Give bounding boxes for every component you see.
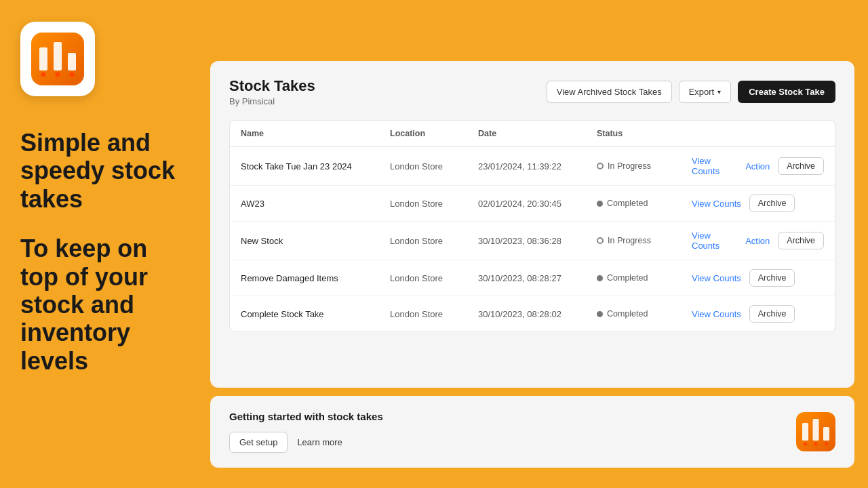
card-title-block: Stock Takes By Pimsical <box>229 77 315 106</box>
col-header-location: Location <box>379 121 467 147</box>
svg-point-13 <box>825 443 828 446</box>
cell-status: In Progress <box>586 147 681 186</box>
get-setup-button[interactable]: Get setup <box>229 432 288 453</box>
view-counts-link[interactable]: View Counts <box>692 309 741 319</box>
actions-container: View CountsArchive <box>692 195 824 212</box>
cell-actions: View CountsArchive <box>681 296 835 332</box>
status-badge: Completed <box>597 199 648 208</box>
page-subtitle: By Pimsical <box>229 96 315 106</box>
view-counts-link[interactable]: View Counts <box>692 230 737 251</box>
stock-takes-table: Name Location Date Status Stock Take Tue… <box>229 120 835 332</box>
col-header-name: Name <box>230 121 379 147</box>
cell-actions: View CountsActionArchive <box>681 222 835 260</box>
svg-rect-3 <box>68 53 76 70</box>
gs-content: Getting started with stock takes Get set… <box>229 411 383 453</box>
svg-point-5 <box>56 73 60 77</box>
archive-button[interactable]: Archive <box>749 305 795 323</box>
app-icon <box>20 22 95 96</box>
cell-status: In Progress <box>586 222 681 260</box>
gs-title: Getting started with stock takes <box>229 411 383 422</box>
actions-container: View CountsActionArchive <box>692 156 824 176</box>
cell-status: Completed <box>586 186 681 222</box>
header-actions: View Archived Stock Takes Export ▾ Creat… <box>547 81 835 103</box>
actions-container: View CountsArchive <box>692 305 824 323</box>
export-label: Export <box>689 87 715 97</box>
status-text: Completed <box>607 309 648 319</box>
cell-location: London Store <box>379 260 467 296</box>
svg-rect-1 <box>39 47 47 70</box>
col-header-status: Status <box>586 121 681 147</box>
tagline1: Simple and speedy stock takes <box>20 129 186 213</box>
table-row: Stock Take Tue Jan 23 2024London Store23… <box>230 147 835 186</box>
main-card: Stock Takes By Pimsical View Archived St… <box>210 61 854 388</box>
cell-actions: View CountsArchive <box>681 186 835 222</box>
cell-location: London Store <box>379 147 467 186</box>
view-counts-link[interactable]: View Counts <box>692 156 737 176</box>
right-panel: Stock Takes By Pimsical View Archived St… <box>210 61 854 468</box>
status-dot-icon <box>597 275 603 281</box>
status-text: Completed <box>607 273 648 283</box>
status-dot-icon <box>597 311 603 317</box>
status-dot-icon <box>597 201 603 207</box>
view-counts-link[interactable]: View Counts <box>692 273 741 283</box>
table-row: Complete Stock TakeLondon Store30/10/202… <box>230 296 835 332</box>
table-row: AW23London Store02/01/2024, 20:30:45Comp… <box>230 186 835 222</box>
action-link[interactable]: Action <box>745 236 770 246</box>
cell-actions: View CountsArchive <box>681 260 835 296</box>
actions-container: View CountsActionArchive <box>692 230 824 251</box>
cell-date: 30/10/2023, 08:28:02 <box>467 296 586 332</box>
getting-started-card: Getting started with stock takes Get set… <box>210 396 854 468</box>
export-button[interactable]: Export ▾ <box>679 81 732 103</box>
actions-container: View CountsArchive <box>692 269 824 287</box>
cell-status: Completed <box>586 260 681 296</box>
cell-status: Completed <box>586 296 681 332</box>
archive-button[interactable]: Archive <box>749 269 795 287</box>
learn-more-button[interactable]: Learn more <box>294 432 344 453</box>
gs-buttons: Get setup Learn more <box>229 432 383 453</box>
view-counts-link[interactable]: View Counts <box>692 199 741 209</box>
svg-point-12 <box>814 443 818 446</box>
status-text: In Progress <box>608 236 651 245</box>
cell-location: London Store <box>379 186 467 222</box>
cell-name: Remove Damaged Items <box>230 260 379 296</box>
archive-button[interactable]: Archive <box>778 157 824 175</box>
cell-date: 30/10/2023, 08:36:28 <box>467 222 586 260</box>
status-badge: In Progress <box>597 236 651 245</box>
table-row: Remove Damaged ItemsLondon Store30/10/20… <box>230 260 835 296</box>
left-panel: Simple and speedy stock takes To keep on… <box>0 0 207 488</box>
archive-button[interactable]: Archive <box>778 232 824 249</box>
status-dot-icon <box>597 163 604 169</box>
cell-location: London Store <box>379 296 467 332</box>
status-text: In Progress <box>608 161 651 171</box>
svg-point-6 <box>70 73 75 77</box>
cell-date: 23/01/2024, 11:39:22 <box>467 147 586 186</box>
col-header-date: Date <box>467 121 586 147</box>
chevron-down-icon: ▾ <box>717 88 721 96</box>
cell-name: Stock Take Tue Jan 23 2024 <box>230 147 379 186</box>
svg-point-4 <box>41 73 46 77</box>
svg-rect-2 <box>54 42 62 70</box>
action-link[interactable]: Action <box>745 161 770 171</box>
svg-rect-10 <box>823 427 829 441</box>
cell-date: 30/10/2023, 08:28:27 <box>467 260 586 296</box>
cell-name: Complete Stock Take <box>230 296 379 332</box>
svg-rect-8 <box>802 423 808 441</box>
card-header: Stock Takes By Pimsical View Archived St… <box>229 77 835 106</box>
status-badge: Completed <box>597 273 648 283</box>
table-row: New StockLondon Store30/10/2023, 08:36:2… <box>230 222 835 260</box>
status-text: Completed <box>607 199 648 208</box>
gs-icon <box>796 412 835 451</box>
svg-rect-9 <box>813 419 819 441</box>
create-stock-take-button[interactable]: Create Stock Take <box>738 81 835 103</box>
svg-point-11 <box>804 443 807 446</box>
view-archived-button[interactable]: View Archived Stock Takes <box>547 81 672 103</box>
cell-name: AW23 <box>230 186 379 222</box>
col-header-actions <box>681 121 835 147</box>
status-badge: Completed <box>597 309 648 319</box>
status-dot-icon <box>597 237 604 244</box>
page-title: Stock Takes <box>229 77 315 95</box>
cell-date: 02/01/2024, 20:30:45 <box>467 186 586 222</box>
archive-button[interactable]: Archive <box>749 195 795 212</box>
cell-actions: View CountsActionArchive <box>681 147 835 186</box>
status-badge: In Progress <box>597 161 651 171</box>
